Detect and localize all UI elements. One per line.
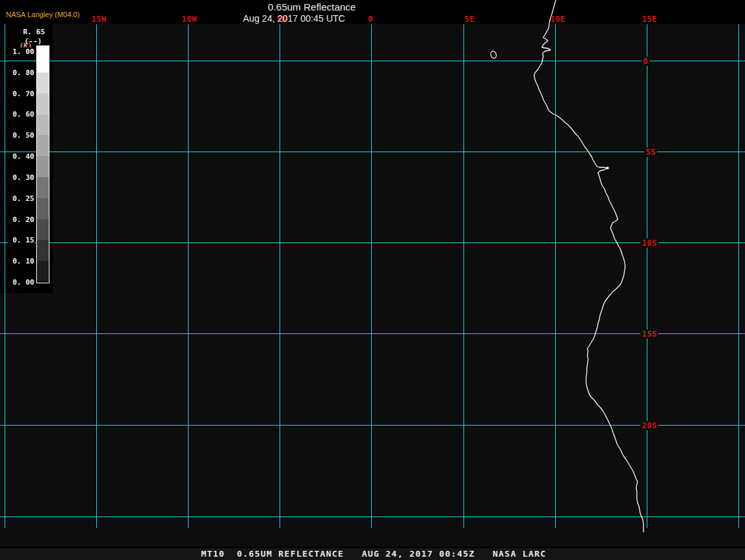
latitude-label: 5S bbox=[644, 148, 657, 157]
colorbar-tick-label: 0. 20 bbox=[8, 215, 34, 224]
colorbar-segment bbox=[37, 135, 49, 156]
colorbar-segment bbox=[37, 72, 49, 94]
latitude-label: 15S bbox=[640, 329, 658, 339]
colorbar-tick-label: 0. 10 bbox=[8, 257, 34, 266]
colorbar-segment bbox=[37, 219, 49, 240]
timestamp-subtitle: Aug 24, 2017 00:45 UTC bbox=[243, 13, 345, 24]
colorbar-tick-label: 0. 30 bbox=[8, 173, 34, 182]
colorbar-segment bbox=[37, 156, 49, 177]
footer-bar: MT10 0.65UM REFLECTANCE AUG 24, 2017 00:… bbox=[0, 548, 745, 560]
satellite-image-viewer: NASA Langley (M04.0) 0.65um Reflectance … bbox=[0, 0, 745, 560]
latitude-label: 20S bbox=[640, 421, 658, 430]
colorbar bbox=[36, 45, 49, 283]
longitude-label: 10W bbox=[181, 14, 196, 24]
colorbar-segment bbox=[37, 115, 49, 135]
colorbar-segment bbox=[37, 177, 49, 198]
colorbar-segment bbox=[37, 281, 49, 283]
colorbar-segment bbox=[37, 198, 49, 219]
longitude-label: 15E bbox=[641, 14, 657, 24]
footer-caption: MT10 0.65UM REFLECTANCE AUG 24, 2017 00:… bbox=[201, 549, 547, 559]
longitude-label: 5E bbox=[464, 14, 474, 24]
longitude-label: 15W bbox=[91, 14, 106, 24]
product-version-label: NASA Langley (M04.0) bbox=[6, 11, 80, 18]
colorbar-tick-label: 0. 70 bbox=[8, 90, 34, 98]
longitude-label: 0 bbox=[368, 14, 373, 24]
colorbar-segment bbox=[37, 46, 49, 72]
page-title: 0.65um Reflectance bbox=[268, 1, 355, 13]
colorbar-tick-label: 0. 25 bbox=[8, 194, 34, 203]
colorbar-units-label: (--) bbox=[24, 37, 42, 45]
latitude-label: 0 bbox=[641, 57, 649, 66]
colorbar-tick-label: 0. 60 bbox=[8, 110, 34, 119]
longitude-label: 10E bbox=[550, 14, 565, 24]
colorbar-segment bbox=[37, 94, 49, 115]
coastline-path bbox=[534, 0, 643, 532]
colorbar-parameter-label: R. 65 bbox=[23, 28, 45, 36]
colorbar-segment bbox=[37, 261, 49, 281]
colorbar-tick-label: 0. 40 bbox=[8, 152, 34, 161]
colorbar-tick-label: 1. 00 bbox=[8, 47, 34, 56]
latitude-label: 10S bbox=[640, 238, 658, 248]
estuary-dot bbox=[606, 167, 609, 169]
colorbar-tick-label: 0. 15 bbox=[8, 236, 34, 244]
colorbar-tick-label: 0. 50 bbox=[8, 131, 34, 140]
island-outline bbox=[490, 51, 497, 59]
colorbar-segment bbox=[37, 240, 49, 261]
map-canvas bbox=[0, 0, 745, 560]
colorbar-tick-label: 0. 00 bbox=[8, 278, 34, 287]
colorbar-tick-label: 0. 80 bbox=[8, 69, 34, 77]
